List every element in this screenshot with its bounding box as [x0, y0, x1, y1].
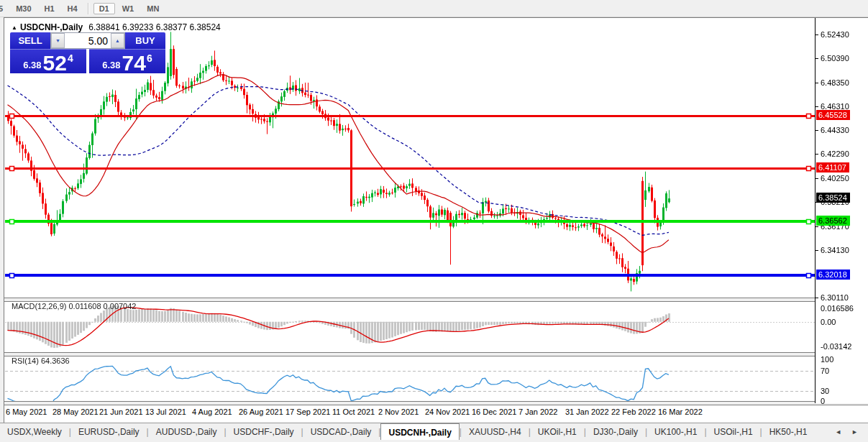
chart-tab-usdx-weekly[interactable]: USDX,Weekly — [0, 423, 69, 441]
price-tick-label: 6.44330 — [821, 126, 849, 134]
chart-tab-usdcnh-daily[interactable]: USDCNH-,Daily — [380, 423, 459, 441]
one-click-trade-panel: SELL ▼ ▲ BUY 6.38 52 4 6.38 74 6 — [10, 32, 165, 73]
date-tick-label: 13 Jul 2021 — [145, 408, 186, 416]
chart-tab-dj30-daily[interactable]: DJ30-,Daily — [586, 423, 645, 441]
rsi-axis-label: 100 — [821, 355, 833, 364]
hline-price-badge: 6.41107 — [816, 162, 849, 172]
date-tick-label: 21 Jun 2021 — [99, 408, 143, 416]
hline-price-badge: 6.36562 — [816, 216, 850, 226]
date-tick-label: 17 Sep 2021 — [285, 408, 330, 416]
chart-tab-eurusd-daily[interactable]: EURUSD-,Daily — [71, 423, 147, 441]
sell-price-pip: 4 — [68, 52, 73, 64]
buy-price-main: 74 — [122, 54, 146, 73]
price-axis[interactable]: 6.524306.503906.483506.463106.443306.422… — [815, 18, 868, 403]
macd-label: MACD(12,26,9) 0.011608 0.007042 — [12, 302, 136, 310]
hline-price-badge: 6.45528 — [816, 110, 850, 120]
buy-price-prefix: 6.38 — [102, 60, 120, 70]
price-tick-mark — [816, 34, 818, 35]
collapse-arrow-icon[interactable]: ▲ — [12, 24, 17, 31]
macd-axis-max: 0.016586 — [821, 304, 854, 313]
date-axis[interactable]: 6 May 202128 May 202121 Jun 202113 Jul 2… — [4, 404, 868, 423]
chart-tab-audusd-daily[interactable]: AUDUSD-,Daily — [149, 423, 224, 441]
chart-tab-usdchf-daily[interactable]: USDCHF-,Daily — [227, 423, 301, 441]
price-tick-label: 6.42290 — [821, 149, 849, 158]
date-tick-label: 2 Nov 2021 — [378, 408, 419, 416]
sell-price-prefix: 6.38 — [23, 60, 41, 70]
buy-button[interactable]: BUY — [125, 32, 165, 49]
date-tick-label: 7 Jan 2022 — [518, 408, 557, 416]
price-tick-label: 6.40250 — [821, 174, 849, 183]
price-tick-label: 6.30110 — [821, 293, 849, 302]
volume-increase-button[interactable]: ▲ — [111, 33, 124, 48]
price-tick-mark — [816, 58, 818, 59]
timeframe-button-h1[interactable]: H1 — [39, 3, 60, 14]
date-tick-label: 24 Nov 2021 — [425, 408, 470, 416]
sell-price-main: 52 — [43, 54, 67, 73]
trading-app-window: 5M30H1H4D1W1MN ▲USDCNH-,Daily6.38841 6.3… — [0, 0, 868, 442]
timeframe-button-w1[interactable]: W1 — [117, 3, 140, 14]
price-tick-label: 6.52430 — [821, 30, 849, 39]
date-tick-label: 31 Jan 2022 — [565, 408, 609, 416]
date-axis-splitter — [4, 401, 868, 405]
price-tick-mark — [816, 178, 818, 179]
price-tick-mark — [816, 250, 818, 251]
volume-control: ▼ ▲ — [50, 32, 125, 49]
timeframe-button-5[interactable]: 5 — [0, 3, 9, 14]
timeframe-button-d1[interactable]: D1 — [93, 3, 115, 14]
rsi-canvas[interactable] — [5, 355, 815, 404]
date-tick-label: 16 Dec 2021 — [472, 408, 516, 416]
volume-input[interactable] — [65, 33, 111, 48]
timeframe-button-m30[interactable]: M30 — [10, 3, 37, 14]
price-tick-mark — [816, 226, 818, 227]
rsi-axis-label: 30 — [821, 387, 829, 395]
price-tick-label: 6.48350 — [821, 78, 849, 87]
chart-title: ▲USDCNH-,Daily6.38841 6.39233 6.38377 6.… — [12, 22, 221, 32]
price-tick-mark — [816, 106, 818, 107]
date-tick-label: 16 Mar 2022 — [658, 408, 703, 416]
date-tick-label: 11 Oct 2021 — [332, 408, 375, 416]
chart-ohlc-values: 6.38841 6.39233 6.38377 6.38524 — [88, 22, 221, 32]
timeframe-toolbar: 5M30H1H4D1W1MN — [0, 0, 868, 17]
timeframe-button-mn[interactable]: MN — [141, 3, 165, 14]
macd-axis-min: -0.03142 — [821, 342, 851, 351]
chart-tab-bar: USDX,Weekly|EURUSD-,Daily|AUDUSD-,Daily|… — [0, 423, 868, 441]
chart-tab-uk100-h1[interactable]: UK100-,H1 — [647, 423, 704, 441]
rsi-splitter[interactable] — [4, 352, 868, 356]
buy-price-pip: 6 — [147, 52, 152, 64]
chart-symbol-label: USDCNH-,Daily — [20, 22, 83, 32]
current-price-badge: 6.38524 — [816, 193, 850, 203]
timeframe-button-h4[interactable]: H4 — [62, 3, 83, 14]
chart-tab-xauusd-h4[interactable]: XAUUSD-,H4 — [462, 423, 529, 441]
rsi-axis-label: 70 — [821, 367, 829, 375]
chart-window: ▲USDCNH-,Daily6.38841 6.39233 6.38377 6.… — [4, 17, 868, 424]
price-tick-label: 6.50390 — [821, 54, 849, 63]
rsi-axis-label: 0 — [821, 397, 825, 405]
date-tick-label: 22 Feb 2022 — [611, 408, 656, 416]
tab-scroll-right-icon[interactable]: ► — [851, 428, 858, 436]
chart-tab-hk50-h1[interactable]: HK50-,H1 — [762, 423, 815, 441]
price-tick-mark — [816, 130, 818, 131]
date-tick-label: 6 May 2021 — [6, 408, 47, 416]
tab-scroll-arrows: ◄► — [825, 423, 868, 441]
hline-price-badge: 6.32018 — [816, 270, 850, 280]
buy-quote-box[interactable]: 6.38 74 6 — [89, 49, 165, 73]
sell-quote-box[interactable]: 6.38 52 4 — [10, 49, 86, 73]
chart-tab-usoil-h1[interactable]: USOil-,H1 — [707, 423, 760, 441]
date-tick-label: 26 Aug 2021 — [239, 408, 283, 416]
price-tick-mark — [816, 154, 818, 155]
price-tick-mark — [816, 83, 818, 83]
macd-axis-zero: 0.00 — [821, 318, 836, 326]
rsi-label: RSI(14) 64.3636 — [12, 356, 70, 365]
chart-tab-usdcad-daily[interactable]: USDCAD-,Daily — [303, 423, 379, 441]
price-tick-mark — [816, 298, 818, 298]
price-tick-label: 6.34130 — [821, 246, 849, 254]
toolbar-separator — [88, 3, 89, 14]
sell-button[interactable]: SELL — [10, 32, 50, 49]
volume-decrease-button[interactable]: ▼ — [51, 33, 65, 48]
date-tick-label: 28 May 2021 — [52, 408, 99, 416]
macd-splitter[interactable] — [4, 298, 868, 302]
chart-tab-ukoil-h1[interactable]: UKOil-,H1 — [531, 423, 584, 441]
tab-scroll-left-icon[interactable]: ◄ — [835, 428, 841, 436]
date-tick-label: 4 Aug 2021 — [192, 408, 232, 416]
